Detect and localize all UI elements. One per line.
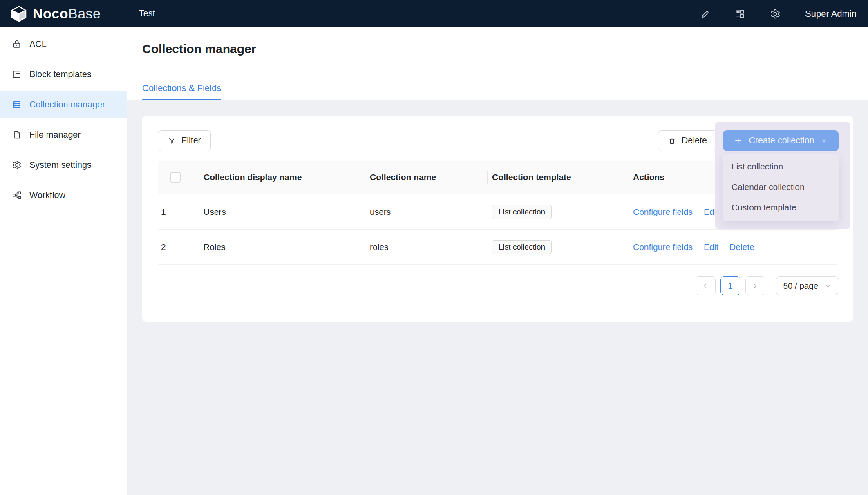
cell-template: List collection	[487, 240, 629, 254]
brand-text: NocoBase	[33, 6, 101, 22]
user-menu[interactable]: Super Admin	[805, 9, 857, 19]
tab-bar: Collections & Fields	[142, 83, 221, 100]
configure-fields-link[interactable]: Configure fields	[633, 242, 693, 252]
cell-template: List collection	[487, 205, 629, 219]
menu-item-calendar-collection[interactable]: Calendar collection	[723, 177, 839, 197]
cell-display-name: Users	[199, 207, 365, 217]
template-tag: List collection	[492, 205, 552, 219]
app-page: NocoBase Test Super Admin	[0, 0, 868, 495]
cell-collection-name: users	[365, 207, 487, 217]
create-collection-button[interactable]: Create collection	[723, 130, 839, 151]
tab-collections-and-fields[interactable]: Collections & Fields	[142, 83, 221, 100]
cell-actions: Configure fields Edit Delete	[629, 242, 837, 252]
page-title: Collection manager	[142, 42, 256, 56]
create-collection-dropdown-overlay: Create collection List collection Calend…	[715, 122, 850, 229]
edit-link[interactable]: Edit	[704, 242, 718, 252]
create-collection-menu: List collection Calendar collection Cust…	[723, 154, 839, 221]
delete-button[interactable]: Delete	[658, 130, 717, 151]
filter-button[interactable]: Filter	[158, 130, 211, 151]
brand-logo[interactable]: NocoBase	[10, 5, 128, 23]
lock-icon	[12, 39, 22, 49]
navbar-right-group: Super Admin	[700, 9, 857, 19]
pagination-next-button[interactable]	[745, 276, 765, 295]
chevron-down-icon	[825, 283, 831, 289]
highlighter-icon[interactable]	[700, 9, 710, 19]
sidebar-item-system-settings[interactable]: System settings	[0, 152, 127, 178]
appstore-add-icon[interactable]	[735, 9, 745, 19]
sidebar-item-workflow[interactable]: Workflow	[0, 182, 127, 208]
pagination-prev-button[interactable]	[696, 276, 716, 295]
gear-icon[interactable]	[770, 9, 781, 19]
nocobase-cube-icon	[10, 5, 28, 23]
file-icon	[12, 130, 22, 140]
sidebar-item-label: Collection manager	[29, 100, 105, 110]
header-divider	[365, 171, 365, 184]
trash-icon	[668, 136, 676, 145]
main-header: Collection manager Collections & Fields	[127, 27, 868, 100]
pagination: 1 50 / page	[696, 276, 839, 295]
table-row: 2 Roles roles List collection Configure …	[158, 230, 837, 265]
sidebar-item-label: Block templates	[29, 69, 92, 80]
menu-item-custom-template[interactable]: Custom template	[723, 197, 839, 218]
row-index: 2	[158, 242, 199, 252]
sidebar-item-collection-manager[interactable]: Collection manager	[0, 91, 127, 118]
row-index: 1	[158, 207, 199, 217]
sidebar-item-label: ACL	[29, 39, 47, 49]
action-divider	[724, 243, 724, 251]
plus-icon	[734, 136, 743, 145]
chevron-left-icon	[702, 283, 709, 289]
chevron-right-icon	[752, 283, 758, 289]
header-divider	[487, 171, 488, 184]
delete-link[interactable]: Delete	[729, 242, 754, 252]
sidebar-item-label: Workflow	[29, 190, 65, 201]
sidebar-item-acl[interactable]: ACL	[0, 31, 127, 57]
sidebar-item-label: File manager	[29, 130, 81, 140]
header-cell-display-name: Collection display name	[199, 172, 365, 182]
header-cell-template: Collection template	[487, 172, 629, 182]
pagination-page-1[interactable]: 1	[720, 276, 740, 295]
select-all-checkbox[interactable]	[170, 172, 181, 183]
page-size-select[interactable]: 50 / page	[776, 276, 839, 295]
sidebar-item-label: System settings	[29, 160, 92, 170]
header-cell-collection-name: Collection name	[365, 172, 487, 182]
database-icon	[12, 100, 22, 109]
header-divider	[629, 171, 629, 184]
header-cell-select	[158, 172, 199, 183]
configure-fields-link[interactable]: Configure fields	[633, 207, 693, 217]
nav-menu-item-test[interactable]: Test	[139, 9, 155, 19]
cell-collection-name: roles	[365, 242, 487, 252]
top-navbar: NocoBase Test Super Admin	[0, 0, 868, 27]
sidebar: ACL Block templates Collection manager	[0, 27, 127, 495]
workflow-icon	[12, 190, 22, 200]
action-divider	[698, 243, 698, 251]
cell-display-name: Roles	[199, 242, 365, 252]
sidebar-item-block-templates[interactable]: Block templates	[0, 61, 127, 87]
tab-active-ink-bar	[142, 99, 221, 100]
sidebar-item-file-manager[interactable]: File manager	[0, 122, 127, 148]
chevron-down-icon	[821, 137, 828, 144]
menu-item-list-collection[interactable]: List collection	[723, 156, 839, 177]
layout-icon	[12, 69, 22, 79]
action-divider	[698, 208, 698, 216]
gear-icon	[12, 160, 22, 170]
template-tag: List collection	[492, 240, 552, 254]
filter-icon	[168, 136, 176, 145]
